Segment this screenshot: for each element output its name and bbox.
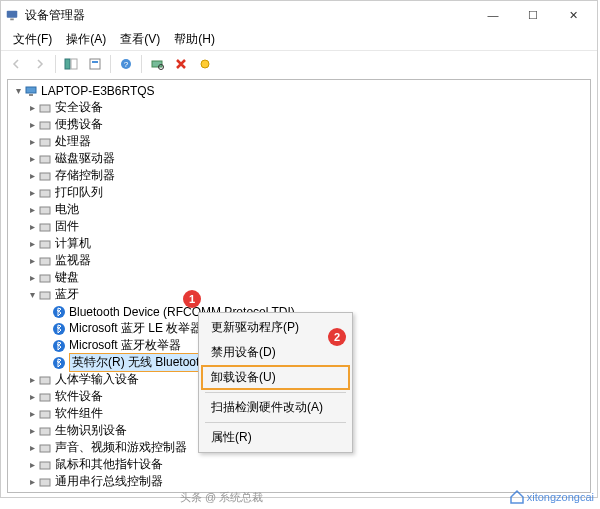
tree-item-label: 磁盘驱动器 bbox=[55, 150, 115, 167]
tree-item-label: 电池 bbox=[55, 201, 79, 218]
tree-item-label: 键盘 bbox=[55, 269, 79, 286]
device-icon bbox=[38, 254, 52, 268]
menubar: 文件(F) 操作(A) 查看(V) 帮助(H) bbox=[1, 29, 597, 51]
help-button[interactable]: ? bbox=[115, 53, 137, 75]
properties-button[interactable] bbox=[84, 53, 106, 75]
expander-icon[interactable]: ▸ bbox=[26, 136, 38, 147]
expander-icon[interactable]: ▸ bbox=[26, 170, 38, 181]
tree-item-label: Microsoft 蓝牙 LE 枚举器 bbox=[69, 320, 202, 337]
category-node[interactable]: ▸网络适配器 bbox=[8, 490, 590, 493]
expander-icon[interactable]: ▸ bbox=[26, 374, 38, 385]
device-icon bbox=[38, 424, 52, 438]
watermark-site: xitongzongcai bbox=[509, 489, 594, 505]
tree-item-label: 声音、视频和游戏控制器 bbox=[55, 439, 187, 456]
close-button[interactable]: ✕ bbox=[553, 3, 593, 27]
expander-icon[interactable]: ▸ bbox=[26, 408, 38, 419]
tree-item-label: 打印队列 bbox=[55, 184, 103, 201]
expander-icon[interactable]: ▸ bbox=[26, 459, 38, 470]
svg-rect-32 bbox=[40, 428, 50, 435]
menu-action[interactable]: 操作(A) bbox=[60, 29, 112, 50]
ctx-uninstall-device[interactable]: 卸载设备(U) bbox=[201, 365, 350, 390]
toolbar: ? bbox=[1, 51, 597, 77]
svg-text:?: ? bbox=[124, 60, 129, 69]
category-node[interactable]: ▸便携设备 bbox=[8, 116, 590, 133]
maximize-button[interactable]: ☐ bbox=[513, 3, 553, 27]
expander-icon[interactable]: ▸ bbox=[26, 442, 38, 453]
expander-icon[interactable]: ▸ bbox=[26, 425, 38, 436]
expander-icon[interactable]: ▸ bbox=[26, 102, 38, 113]
category-node[interactable]: ▸固件 bbox=[8, 218, 590, 235]
category-node[interactable]: ▸计算机 bbox=[8, 235, 590, 252]
category-node[interactable]: ▸安全设备 bbox=[8, 99, 590, 116]
bluetooth-icon bbox=[52, 305, 66, 319]
category-node[interactable]: ▸鼠标和其他指针设备 bbox=[8, 456, 590, 473]
expander-icon[interactable]: ▸ bbox=[26, 221, 38, 232]
device-icon bbox=[38, 152, 52, 166]
watermark-head: 头条 @ 系统总裁 bbox=[180, 490, 263, 505]
device-icon bbox=[38, 220, 52, 234]
menu-view[interactable]: 查看(V) bbox=[114, 29, 166, 50]
category-node[interactable]: ▸存储控制器 bbox=[8, 167, 590, 184]
expander-icon[interactable]: ▸ bbox=[26, 119, 38, 130]
category-node[interactable]: ▸通用串行总线控制器 bbox=[8, 473, 590, 490]
svg-rect-2 bbox=[65, 59, 70, 69]
svg-rect-0 bbox=[7, 11, 18, 18]
category-node[interactable]: ▸键盘 bbox=[8, 269, 590, 286]
tree-item-label: 安全设备 bbox=[55, 99, 103, 116]
category-node[interactable]: ▸打印队列 bbox=[8, 184, 590, 201]
bluetooth-icon bbox=[52, 339, 66, 353]
tree-item-label: 网络适配器 bbox=[55, 490, 115, 493]
show-hide-tree-button[interactable] bbox=[60, 53, 82, 75]
svg-rect-4 bbox=[90, 59, 100, 69]
ctx-properties[interactable]: 属性(R) bbox=[201, 425, 350, 450]
expander-icon[interactable]: ▸ bbox=[26, 272, 38, 283]
device-icon bbox=[38, 186, 52, 200]
category-bluetooth[interactable]: ▾蓝牙 bbox=[8, 286, 590, 303]
svg-rect-12 bbox=[29, 94, 33, 96]
expander-icon[interactable]: ▸ bbox=[26, 153, 38, 164]
device-icon bbox=[38, 475, 52, 489]
tree-item-label: 监视器 bbox=[55, 252, 91, 269]
category-node[interactable]: ▸处理器 bbox=[8, 133, 590, 150]
svg-rect-30 bbox=[40, 394, 50, 401]
svg-rect-11 bbox=[26, 87, 36, 93]
window-title: 设备管理器 bbox=[25, 7, 473, 24]
scan-hardware-button[interactable] bbox=[146, 53, 168, 75]
menu-help[interactable]: 帮助(H) bbox=[168, 29, 221, 50]
svg-rect-34 bbox=[40, 462, 50, 469]
expander-icon[interactable]: ▸ bbox=[26, 476, 38, 487]
bluetooth-icon bbox=[52, 322, 66, 336]
category-node[interactable]: ▸监视器 bbox=[8, 252, 590, 269]
svg-rect-22 bbox=[40, 258, 50, 265]
svg-rect-5 bbox=[92, 61, 98, 63]
category-node[interactable]: ▸磁盘驱动器 bbox=[8, 150, 590, 167]
minimize-button[interactable]: — bbox=[473, 3, 513, 27]
ctx-scan-hardware[interactable]: 扫描检测硬件改动(A) bbox=[201, 395, 350, 420]
device-tree[interactable]: ▾LAPTOP-E3B6RTQS▸安全设备▸便携设备▸处理器▸磁盘驱动器▸存储控… bbox=[7, 79, 591, 493]
expander-icon[interactable]: ▾ bbox=[12, 85, 24, 96]
menu-file[interactable]: 文件(F) bbox=[7, 29, 58, 50]
expander-icon[interactable]: ▸ bbox=[26, 204, 38, 215]
ctx-separator bbox=[205, 422, 346, 423]
disable-device-button[interactable] bbox=[194, 53, 216, 75]
expander-icon[interactable]: ▸ bbox=[26, 391, 38, 402]
expander-icon[interactable]: ▸ bbox=[26, 238, 38, 249]
back-button[interactable] bbox=[5, 53, 27, 75]
expander-icon[interactable]: ▸ bbox=[26, 255, 38, 266]
svg-rect-19 bbox=[40, 207, 50, 214]
device-icon bbox=[38, 237, 52, 251]
expander-icon[interactable]: ▾ bbox=[26, 289, 38, 300]
expander-icon[interactable]: ▸ bbox=[26, 187, 38, 198]
tree-item-label: LAPTOP-E3B6RTQS bbox=[41, 84, 155, 98]
svg-rect-20 bbox=[40, 224, 50, 231]
tree-item-label: Microsoft 蓝牙枚举器 bbox=[69, 337, 181, 354]
svg-rect-15 bbox=[40, 139, 50, 146]
uninstall-device-button[interactable] bbox=[170, 53, 192, 75]
svg-rect-33 bbox=[40, 445, 50, 452]
ctx-disable-device[interactable]: 禁用设备(D) bbox=[201, 340, 350, 365]
svg-rect-23 bbox=[40, 275, 50, 282]
svg-rect-3 bbox=[71, 59, 77, 69]
forward-button[interactable] bbox=[29, 53, 51, 75]
category-node[interactable]: ▸电池 bbox=[8, 201, 590, 218]
root-node[interactable]: ▾LAPTOP-E3B6RTQS bbox=[8, 82, 590, 99]
